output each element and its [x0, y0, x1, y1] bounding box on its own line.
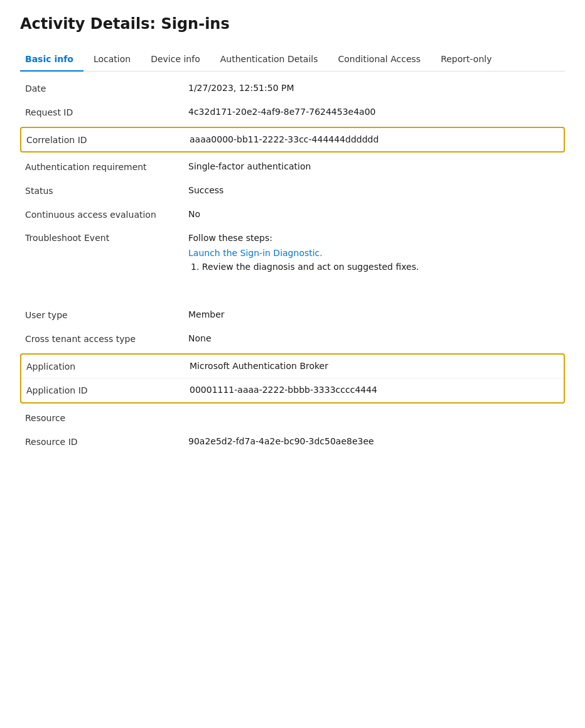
user-type-label: User type [25, 309, 188, 320]
tab-authentication-details[interactable]: Authentication Details [210, 48, 328, 72]
troubleshoot-link[interactable]: Launch the Sign-in Diagnostic. [188, 248, 323, 258]
auth-req-row: Authentication requirement Single-factor… [20, 155, 565, 179]
cross-tenant-row: Cross tenant access type None [20, 327, 565, 351]
status-row: Status Success [20, 179, 565, 203]
resource-id-value: 90a2e5d2-fd7a-4a2e-bc90-3dc50ae8e3ee [188, 436, 560, 446]
troubleshoot-follow-text: Follow these steps: [188, 233, 560, 243]
page-title: Activity Details: Sign-ins [20, 15, 565, 33]
application-id-label: Application ID [26, 385, 190, 395]
resource-id-label: Resource ID [25, 436, 188, 447]
application-row: Application Microsoft Authentication Bro… [21, 355, 564, 378]
status-value: Success [188, 185, 560, 195]
application-value: Microsoft Authentication Broker [190, 361, 559, 371]
section-gap [20, 278, 565, 303]
request-id-row: Request ID 4c32d171-20e2-4af9-8e77-76244… [20, 100, 565, 124]
tab-device-info[interactable]: Device info [141, 48, 210, 72]
correlation-id-row: Correlation ID aaaa0000-bb11-2222-33cc-4… [20, 127, 565, 153]
correlation-id-value: aaaa0000-bb11-2222-33cc-444444dddddd [190, 134, 559, 144]
application-group: Application Microsoft Authentication Bro… [20, 353, 565, 404]
troubleshoot-label: Troubleshoot Event [25, 233, 188, 243]
tab-report-only[interactable]: Report-only [431, 48, 502, 72]
status-label: Status [25, 185, 188, 196]
correlation-id-label: Correlation ID [26, 134, 190, 145]
cross-tenant-value: None [188, 333, 560, 343]
tab-location[interactable]: Location [83, 48, 141, 72]
cae-row: Continuous access evaluation No [20, 203, 565, 227]
resource-id-row: Resource ID 90a2e5d2-fd7a-4a2e-bc90-3dc5… [20, 430, 565, 454]
application-label: Application [26, 361, 190, 372]
tab-conditional-access[interactable]: Conditional Access [328, 48, 431, 72]
resource-label: Resource [25, 412, 188, 423]
troubleshoot-row: Troubleshoot Event Follow these steps: L… [20, 227, 565, 278]
request-id-value: 4c32d171-20e2-4af9-8e77-7624453e4a00 [188, 107, 560, 117]
cae-value: No [188, 209, 560, 219]
request-id-label: Request ID [25, 107, 188, 117]
troubleshoot-step: 1. Review the diagnosis and act on sugge… [188, 262, 560, 272]
tab-bar: Basic info Location Device info Authenti… [20, 48, 565, 72]
resource-row: Resource [20, 406, 565, 430]
application-id-row: Application ID 00001111-aaaa-2222-bbbb-3… [21, 378, 564, 402]
user-type-value: Member [188, 309, 560, 319]
cae-label: Continuous access evaluation [25, 209, 188, 220]
troubleshoot-content: Follow these steps: Launch the Sign-in D… [188, 233, 560, 272]
date-row: Date 1/27/2023, 12:51:50 PM [20, 77, 565, 100]
date-value: 1/27/2023, 12:51:50 PM [188, 83, 560, 93]
basic-info-content: Date 1/27/2023, 12:51:50 PM Request ID 4… [20, 72, 565, 454]
auth-req-value: Single-factor authentication [188, 161, 560, 171]
user-type-row: User type Member [20, 303, 565, 327]
auth-req-label: Authentication requirement [25, 161, 188, 172]
date-label: Date [25, 83, 188, 94]
cross-tenant-label: Cross tenant access type [25, 333, 188, 344]
application-id-value: 00001111-aaaa-2222-bbbb-3333cccc4444 [190, 385, 559, 395]
tab-basic-info[interactable]: Basic info [20, 48, 83, 72]
